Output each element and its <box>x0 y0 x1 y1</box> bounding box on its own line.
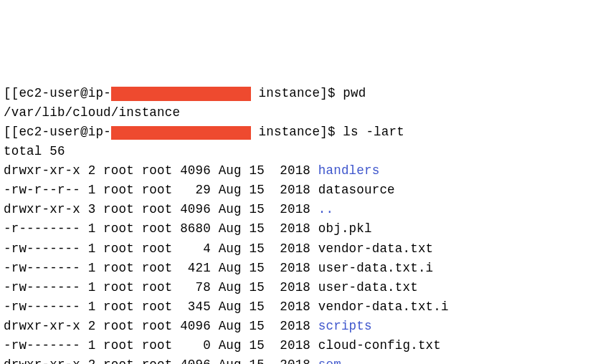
ls-row: -rw-r--r-- 1 root root 29 Aug 15 2018 da… <box>4 181 594 200</box>
terminal-output[interactable]: [[ec2-user@ip- instance]$ pwd/var/lib/cl… <box>4 84 594 365</box>
file-name: .. <box>318 202 333 216</box>
file-name: user-data.txt <box>318 280 418 294</box>
ls-row: drwxr-xr-x 2 root root 4096 Aug 15 2018 … <box>4 317 594 336</box>
file-name: cloud-config.txt <box>318 338 441 353</box>
ls-row: -rw------- 1 root root 4 Aug 15 2018 ven… <box>4 239 594 259</box>
shell-prompt: [ec2-user@ip- instance]$ <box>11 86 343 100</box>
ls-row: -rw------- 1 root root 0 Aug 15 2018 clo… <box>4 336 594 355</box>
file-name: vendor-data.txt <box>318 241 434 256</box>
file-name: handlers <box>318 163 380 178</box>
redacted-hostname <box>111 126 251 140</box>
command-text: ls -lart <box>343 125 404 139</box>
ls-row: -rw------- 1 root root 345 Aug 15 2018 v… <box>4 297 594 317</box>
file-name: obj.pkl <box>318 221 372 236</box>
ls-row: drwxr-xr-x 3 root root 4096 Aug 15 2018 … <box>4 200 594 219</box>
ls-row: -r-------- 1 root root 8680 Aug 15 2018 … <box>4 219 594 239</box>
shell-prompt: [ec2-user@ip- instance]$ <box>11 125 343 139</box>
file-name: scripts <box>318 319 372 333</box>
ls-total: total 56 <box>4 142 594 161</box>
command-line: [[ec2-user@ip- instance]$ ls -lart <box>4 123 594 142</box>
command-text: pwd <box>343 86 366 100</box>
ls-row: -rw------- 1 root root 78 Aug 15 2018 us… <box>4 278 594 297</box>
ls-row: drwxr-xr-x 2 root root 4096 Aug 15 2018 … <box>4 355 594 364</box>
pwd-output: /var/lib/cloud/instance <box>4 103 594 123</box>
file-name: datasource <box>318 183 395 197</box>
ls-row: drwxr-xr-x 2 root root 4096 Aug 15 2018 … <box>4 161 594 181</box>
file-name: user-data.txt.i <box>318 261 434 275</box>
redacted-hostname <box>111 87 251 100</box>
file-name: sem <box>318 358 341 364</box>
ls-row: -rw------- 1 root root 421 Aug 15 2018 u… <box>4 259 594 278</box>
command-line: [[ec2-user@ip- instance]$ pwd <box>4 84 594 103</box>
file-name: vendor-data.txt.i <box>318 300 449 314</box>
